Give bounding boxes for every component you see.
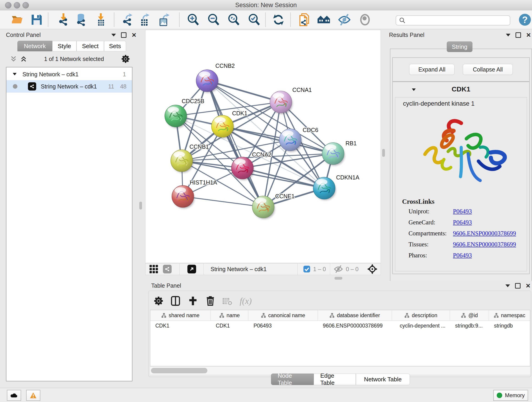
cell-description[interactable]: cyclin-dependent ... <box>392 321 450 331</box>
network-row-label: String Network – cdk1 <box>41 83 97 90</box>
birds-eye-crosshair-icon[interactable] <box>367 264 377 274</box>
warnings-button[interactable] <box>26 390 40 401</box>
return-to-gallery-icon[interactable] <box>317 13 330 26</box>
import-network-database-icon[interactable] <box>75 13 88 26</box>
expand-all-button[interactable]: Expand All <box>409 64 455 75</box>
results-panel-float-icon[interactable] <box>515 32 521 38</box>
crosslink-label: Pharos: <box>409 252 427 259</box>
detach-view-icon[interactable] <box>187 265 196 274</box>
column-header[interactable]: canonical name <box>248 310 318 321</box>
svg-text:CDKN1A: CDKN1A <box>336 174 360 181</box>
crosslink-genecard-link[interactable]: P06493 <box>453 219 472 226</box>
network-canvas[interactable]: CCNB2CCNA1CDC25BCDK1CDC6RB1CCNB1CCNA2CDK… <box>145 30 381 263</box>
tab-sets[interactable]: Sets <box>104 41 126 51</box>
export-network-icon[interactable] <box>121 13 134 26</box>
gene-description: cyclin-dependent kinase 1 <box>403 100 475 107</box>
grid-view-icon[interactable] <box>149 264 158 274</box>
crosslink-tissues-link[interactable]: 9606.ENSP00000378699 <box>453 241 516 248</box>
right-splitter-handle[interactable] <box>382 149 385 157</box>
column-header[interactable]: name <box>211 310 249 321</box>
tab-node-table[interactable]: Node Table <box>271 374 314 385</box>
zoom-in-icon[interactable] <box>186 13 200 26</box>
memory-button[interactable]: Memory <box>493 390 528 401</box>
network-selection-row: 1 of 1 Network selected <box>2 53 136 65</box>
cell-database-identifier[interactable]: 9606.ENSP00000378699 <box>318 321 392 331</box>
add-column-icon[interactable] <box>188 296 198 306</box>
network-options-gear-icon[interactable] <box>121 54 130 64</box>
tab-style[interactable]: Style <box>52 41 76 51</box>
export-table-icon[interactable] <box>138 13 151 26</box>
crosslink-pharos-link[interactable]: P06493 <box>453 252 472 259</box>
string-network-graph[interactable]: CCNB2CCNA1CDC25BCDK1CDC6RB1CCNB1CCNA2CDK… <box>146 30 380 263</box>
column-header[interactable]: namespac <box>489 310 530 321</box>
network-row-selected[interactable]: String Network – cdk1 11 48 <box>6 80 132 93</box>
zoom-out-icon[interactable] <box>207 13 220 26</box>
zoom-fit-icon[interactable] <box>227 13 240 26</box>
hidden-eye-icon[interactable] <box>334 265 343 273</box>
table-panel-close-icon[interactable]: ✕ <box>526 283 531 289</box>
import-network-file-icon[interactable] <box>57 13 70 26</box>
cell-shared-name[interactable]: CDK1 <box>150 321 211 331</box>
selected-checkbox-icon[interactable] <box>303 265 310 273</box>
delete-table-icon[interactable] <box>222 297 232 306</box>
results-panel-menu-icon[interactable] <box>506 34 510 36</box>
control-panel: Control Panel ✕ Network Style Select Set… <box>2 30 136 382</box>
cell-canonical-name[interactable]: P06493 <box>248 321 318 331</box>
results-panel-close-icon[interactable]: ✕ <box>526 32 531 38</box>
status-bar: Memory <box>0 388 532 402</box>
crosslink-uniprot-link[interactable]: P06493 <box>453 208 472 215</box>
cell-name[interactable]: CDK1 <box>211 321 249 331</box>
open-in-string-icon[interactable] <box>298 13 311 26</box>
export-image-icon[interactable] <box>157 13 170 26</box>
function-builder-icon[interactable]: f(x) <box>240 296 252 306</box>
control-panel-close-icon[interactable]: ✕ <box>132 32 137 38</box>
string-view-icon[interactable] <box>163 265 172 274</box>
column-header[interactable]: database identifier <box>318 310 392 321</box>
save-session-icon[interactable] <box>30 13 43 26</box>
tab-string[interactable]: String <box>447 41 472 52</box>
crosslink-label: Tissues: <box>409 241 429 248</box>
zoom-selected-icon[interactable] <box>247 13 261 26</box>
network-collection-row[interactable]: String Network – cdk1 1 <box>6 68 132 80</box>
column-header[interactable]: shared name <box>150 310 211 321</box>
network-node-count: 11 <box>108 83 114 90</box>
collapse-all-chevron-icon[interactable] <box>10 56 17 62</box>
node-table[interactable]: shared name name canonical name database… <box>150 310 530 366</box>
crosslink-label: GeneCard: <box>409 219 435 226</box>
scrollbar-thumb[interactable] <box>151 368 207 373</box>
table-panel-menu-icon[interactable] <box>505 284 510 287</box>
table-options-gear-icon[interactable] <box>153 296 164 306</box>
cell-namespace[interactable]: stringdb <box>489 321 530 331</box>
horizontal-splitter-handle[interactable] <box>335 277 342 280</box>
hide-selected-eye-icon[interactable] <box>338 13 351 26</box>
import-table-file-icon[interactable] <box>94 13 108 26</box>
left-splitter-handle[interactable] <box>139 202 142 210</box>
collapse-all-button[interactable]: Collapse All <box>463 64 513 75</box>
table-row[interactable]: CDK1 CDK1 P06493 9606.ENSP00000378699 cy… <box>150 321 530 331</box>
tab-network-table[interactable]: Network Table <box>356 374 410 385</box>
delete-column-trash-icon[interactable] <box>205 296 215 306</box>
collection-expand-caret-icon[interactable] <box>12 71 17 77</box>
tab-edge-table[interactable]: Edge Table <box>314 374 356 385</box>
open-session-icon[interactable] <box>10 13 24 26</box>
show-columns-icon[interactable] <box>171 296 181 306</box>
expand-all-chevron-icon[interactable] <box>20 56 27 62</box>
search-input[interactable] <box>406 17 503 24</box>
refresh-icon[interactable] <box>272 13 285 26</box>
control-panel-title: Control Panel <box>6 32 41 38</box>
tab-select[interactable]: Select <box>76 41 104 51</box>
column-header[interactable]: @id <box>450 310 489 321</box>
cloud-status-button[interactable] <box>7 390 21 401</box>
toolbar-search[interactable] <box>396 15 510 26</box>
control-panel-menu-icon[interactable] <box>111 34 116 36</box>
show-all-eye-icon[interactable] <box>358 13 372 26</box>
table-panel-float-icon[interactable] <box>515 283 520 288</box>
netbar-separator <box>330 263 330 275</box>
help-icon[interactable]: ? <box>518 13 532 26</box>
tab-network[interactable]: Network <box>17 41 52 51</box>
crosslink-compartments-link[interactable]: 9606.ENSP00000378699 <box>453 230 516 237</box>
cell-id[interactable]: stringdb:9... <box>450 321 489 331</box>
table-panel-title: Table Panel <box>151 282 181 289</box>
column-header[interactable]: description <box>392 310 450 321</box>
control-panel-float-icon[interactable] <box>121 32 127 38</box>
